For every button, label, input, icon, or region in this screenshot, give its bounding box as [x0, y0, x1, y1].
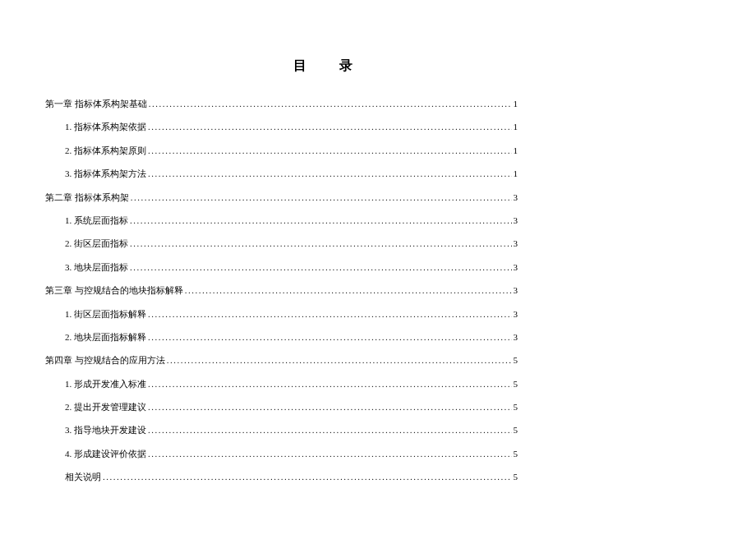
toc-entry-dots — [149, 98, 512, 110]
toc-entry-page: 3 — [514, 191, 519, 204]
toc-entry-3: 3. 指标体系构架方法1 — [45, 168, 518, 180]
toc-entry-page: 1 — [514, 145, 519, 157]
toc-entry-7: 3. 地块层面指标3 — [45, 261, 518, 274]
toc-entry-label: 2. 指标体系构架原则 — [65, 145, 146, 157]
toc-entry-page: 3 — [514, 214, 519, 227]
toc-entry-6: 2. 街区层面指标3 — [45, 238, 518, 250]
toc-entry-dots — [148, 308, 512, 321]
toc-entry-label: 1. 街区层面指标解释 — [65, 308, 146, 321]
toc-entry-2: 2. 指标体系构架原则1 — [45, 145, 518, 157]
toc-entry-12: 1. 形成开发准入标准5 — [45, 378, 518, 390]
toc-entry-label: 第四章 与控规结合的应用方法 — [45, 354, 165, 367]
toc-entry-dots — [148, 424, 512, 436]
toc-entry-dots — [148, 145, 512, 157]
toc-entry-8: 第三章 与控规结合的地块指标解释3 — [45, 284, 518, 297]
toc-entry-label: 1. 系统层面指标 — [65, 214, 128, 227]
toc-entry-dots — [130, 261, 512, 274]
toc-title: 目录 — [45, 58, 518, 75]
toc-entry-1: 1. 指标体系构架依据1 — [45, 121, 518, 133]
toc-entry-dots — [130, 214, 512, 227]
toc-entry-13: 2. 提出开发管理建议5 — [45, 401, 518, 413]
toc-entry-9: 1. 街区层面指标解释3 — [45, 308, 518, 321]
toc-entry-dots — [148, 378, 512, 390]
toc-entry-label: 第三章 与控规结合的地块指标解释 — [45, 284, 183, 297]
toc-entry-page: 5 — [514, 424, 519, 436]
toc-entry-dots — [148, 401, 512, 413]
toc-entry-label: 1. 指标体系构架依据 — [65, 121, 146, 133]
toc-entry-page: 5 — [514, 471, 519, 483]
toc-entry-page: 3 — [514, 308, 519, 321]
toc-entry-dots — [167, 354, 512, 367]
toc-entry-14: 3. 指导地块开发建设5 — [45, 424, 518, 436]
toc-entry-dots — [130, 238, 512, 250]
toc-entry-page: 5 — [514, 378, 519, 390]
toc-entry-dots — [148, 121, 512, 133]
toc-entry-dots — [148, 331, 512, 344]
toc-entry-label: 第二章 指标体系构架 — [45, 191, 129, 204]
toc-entry-label: 2. 街区层面指标 — [65, 238, 128, 250]
toc-entry-dots — [185, 284, 512, 297]
toc-entry-label: 1. 形成开发准入标准 — [65, 378, 146, 390]
toc-entry-dots — [148, 448, 512, 460]
toc-entry-label: 相关说明 — [65, 471, 101, 483]
toc-entry-page: 1 — [514, 98, 519, 110]
toc-entry-16: 相关说明5 — [45, 471, 518, 483]
toc-entry-label: 3. 地块层面指标 — [65, 261, 128, 274]
toc-entry-0: 第一章 指标体系构架基础1 — [45, 98, 518, 110]
toc-entry-page: 3 — [514, 331, 519, 344]
toc-entry-label: 2. 提出开发管理建议 — [65, 401, 146, 413]
toc-entry-page: 3 — [514, 238, 519, 250]
toc-entry-label: 4. 形成建设评价依据 — [65, 448, 146, 460]
toc-entry-label: 3. 指标体系构架方法 — [65, 168, 146, 180]
toc-entry-page: 1 — [514, 168, 519, 180]
toc-entry-page: 5 — [514, 401, 519, 413]
page-container: 目录 第一章 指标体系构架基础11. 指标体系构架依据12. 指标体系构架原则1… — [0, 0, 756, 484]
toc-entry-page: 5 — [514, 354, 519, 367]
toc-entry-page: 5 — [514, 448, 519, 460]
toc-entry-page: 3 — [514, 284, 519, 297]
toc-entry-5: 1. 系统层面指标3 — [45, 214, 518, 227]
toc-entry-dots — [103, 471, 512, 483]
toc-entry-page: 3 — [514, 261, 519, 274]
toc-entry-4: 第二章 指标体系构架3 — [45, 191, 518, 204]
toc-entry-10: 2. 地块层面指标解释3 — [45, 331, 518, 344]
toc-entry-dots — [148, 168, 512, 180]
toc-entry-11: 第四章 与控规结合的应用方法5 — [45, 354, 518, 367]
toc-entry-page: 1 — [514, 121, 519, 133]
toc-entry-15: 4. 形成建设评价依据5 — [45, 448, 518, 460]
toc-entry-label: 3. 指导地块开发建设 — [65, 424, 146, 436]
toc-entry-label: 2. 地块层面指标解释 — [65, 331, 146, 344]
toc-entry-label: 第一章 指标体系构架基础 — [45, 98, 147, 110]
toc-entry-dots — [131, 191, 512, 204]
toc-list: 第一章 指标体系构架基础11. 指标体系构架依据12. 指标体系构架原则13. … — [45, 98, 518, 484]
